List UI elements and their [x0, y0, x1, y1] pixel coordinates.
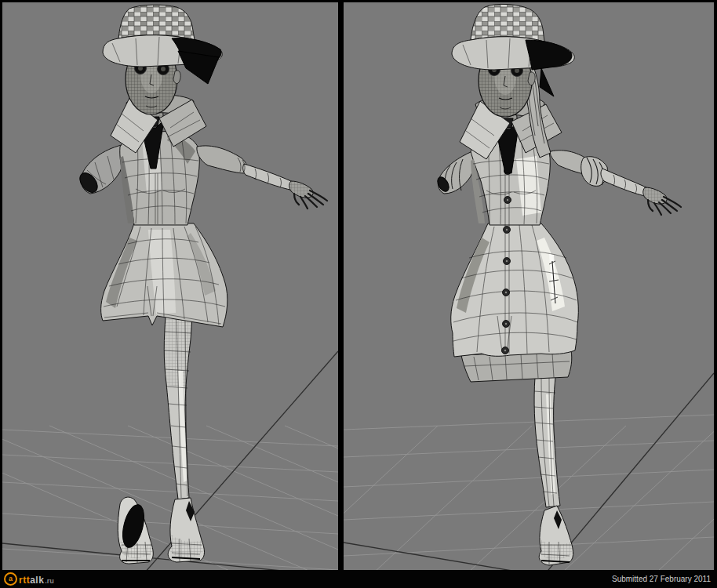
ear: [528, 72, 535, 85]
arttalk-logo-icon: a: [4, 572, 17, 586]
left-viewport-canvas: [2, 2, 338, 570]
logo-text-orange: rtt: [19, 575, 30, 586]
spare-shoe: [118, 497, 153, 564]
skirt: [451, 223, 579, 382]
footer-bar: a rttalk.ru Submitted 27 February 2011: [0, 570, 717, 588]
axis-lines: [344, 373, 714, 570]
arttalk-logo[interactable]: a rttalk.ru: [4, 572, 54, 586]
left-sleeve-cuff: [435, 151, 475, 194]
skirt: [101, 223, 227, 327]
ground-grid: [344, 373, 714, 570]
right-arm-cuff: [550, 151, 681, 215]
right-viewport-canvas: [344, 2, 714, 570]
right-arm: [197, 146, 327, 209]
viewport-divider: [338, 0, 344, 570]
right-viewport[interactable]: [344, 2, 714, 570]
submitted-date: Submitted 27 February 2011: [612, 575, 711, 583]
left-viewport[interactable]: [2, 2, 338, 570]
logo-circle-letter: a: [9, 575, 13, 583]
logo-text-light: alk: [30, 575, 44, 586]
logo-text-domain: .ru: [45, 577, 54, 585]
leg: [534, 377, 573, 565]
left-sleeve: [76, 145, 123, 196]
character-left: [76, 5, 327, 562]
ear: [173, 71, 180, 84]
screenshot-frame: a rttalk.ru Submitted 27 February 2011: [0, 0, 717, 588]
